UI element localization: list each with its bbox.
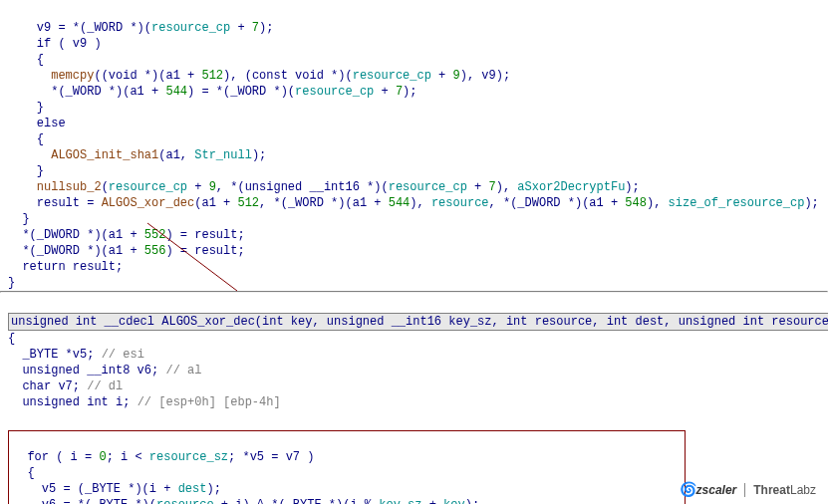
watermark: 🌀zscaler ThreatLabz [680,481,816,498]
code-line: { [8,53,44,67]
code-line: result = ALGOS_xor_dec(a1 + 512, *(_WORD… [8,196,819,210]
code-line: if ( v9 ) [8,37,102,51]
code-line: *(_DWORD *)(a1 + 556) = result; [8,244,245,258]
code-line: for ( i = 0; i < resource_sz; *v5 = v7 ) [13,450,314,464]
code-line: { [8,332,15,346]
highlight-box: for ( i = 0; i < resource_sz; *v5 = v7 )… [8,430,686,504]
code-line: _BYTE *v5; // esi [8,348,144,362]
code-pane-bottom: unsigned int __cdecl ALGOS_xor_dec(int k… [0,293,828,504]
code-line: } [8,276,15,290]
code-line: } [8,212,30,226]
code-line: char v7; // dl [8,379,123,393]
code-pane-top: v9 = *(_WORD *)(resource_cp + 7); if ( v… [0,0,828,291]
code-line: v5 = (_BYTE *)(i + dest); [13,482,221,496]
code-line: *(_DWORD *)(a1 + 552) = result; [8,228,245,242]
zscaler-logo: 🌀zscaler [680,481,737,498]
code-line: return result; [8,260,123,274]
code-line: unsigned __int8 v6; // al [8,364,201,378]
code-line: nullsub_2(resource_cp + 9, *(unsigned __… [8,180,640,194]
threatlabz-label: ThreatLabz [753,482,816,498]
code-line: unsigned int i; // [esp+0h] [ebp-4h] [8,395,281,409]
code-line: *(_WORD *)(a1 + 544) = *(_WORD *)(resour… [8,85,417,99]
code-line: } [8,101,44,115]
blank-line [8,411,15,425]
code-line: else [8,117,66,130]
code-line: memcpy((void *)(a1 + 512), (const void *… [8,69,510,83]
code-line: v9 = *(_WORD *)(resource_cp + 7); [8,21,273,35]
function-signature: unsigned int __cdecl ALGOS_xor_dec(int k… [8,313,828,331]
code-line: v6 = *(_BYTE *)(resource + i) ^ *(_BYTE … [13,498,479,504]
code-line: { [8,132,44,146]
code-line: } [8,164,44,178]
code-line: { [13,466,35,480]
code-line: ALGOS_init_sha1(a1, Str_null); [8,148,266,162]
brand-divider [744,483,745,497]
